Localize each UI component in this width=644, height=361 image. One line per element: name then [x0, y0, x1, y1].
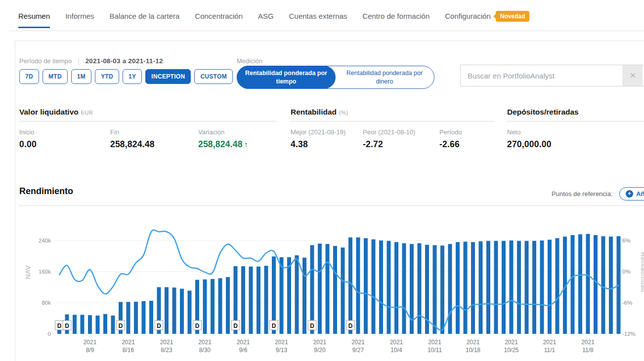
tab-resumen[interactable]: Resumen [18, 12, 50, 28]
nav-bar[interactable] [341, 247, 345, 334]
nav-bar[interactable] [218, 278, 222, 334]
nav-bar[interactable] [494, 241, 498, 334]
x-tick-date: 10/25 [504, 347, 518, 354]
nav-bar[interactable] [356, 238, 360, 334]
period-button-ytd[interactable]: YTD [95, 69, 119, 84]
nav-bar[interactable] [394, 242, 398, 334]
tab-configuracion[interactable]: Configuración [445, 12, 491, 27]
nav-bar[interactable] [609, 237, 613, 334]
nav-bar[interactable] [586, 234, 590, 334]
measure-option-money-weighted[interactable]: Rentabilidad ponderada por dinero [335, 66, 434, 88]
nav-bar[interactable] [333, 246, 337, 334]
metric-value-fin: 258,824.48 [110, 139, 155, 150]
nav-bar[interactable] [134, 302, 138, 334]
nav-bar[interactable] [295, 255, 299, 334]
nav-bar[interactable] [165, 287, 169, 334]
nav-bar[interactable] [111, 316, 115, 334]
nav-bar[interactable] [601, 236, 605, 334]
nav-bar[interactable] [103, 314, 107, 334]
x-tick-date: 8/23 [161, 347, 172, 354]
nav-bar[interactable] [548, 240, 552, 334]
nav-bar[interactable] [149, 301, 153, 334]
x-tick-date: 9/27 [352, 347, 364, 354]
tab-asg[interactable]: ASG [258, 12, 274, 27]
separator: | [78, 57, 79, 65]
nav-bar[interactable] [525, 241, 529, 334]
period-button-1y[interactable]: 1Y [123, 69, 142, 84]
nav-bar[interactable] [372, 240, 376, 334]
nav-bar[interactable] [318, 243, 322, 334]
x-tick-year: 2021 [160, 339, 173, 346]
measure-toggle: Rentabilidad ponderada por tiempo Rentab… [237, 66, 434, 89]
nav-bar[interactable] [540, 241, 544, 334]
y-axis-title: NAV [24, 265, 32, 279]
nav-bar[interactable] [517, 241, 521, 334]
nav-bar[interactable] [211, 279, 215, 334]
nav-bar[interactable] [348, 238, 352, 334]
nav-bar[interactable] [302, 258, 306, 334]
nav-bar[interactable] [448, 244, 452, 334]
nav-bar[interactable] [387, 241, 391, 334]
measure-option-time-weighted[interactable]: Rentabilidad ponderada por tiempo [237, 66, 336, 89]
nav-bar[interactable] [364, 238, 368, 334]
nav-bar[interactable] [464, 241, 468, 334]
x-tick-year: 2021 [275, 339, 288, 346]
nav-bar[interactable] [578, 234, 582, 334]
nav-bar[interactable] [418, 243, 422, 334]
deposit-marker-label: D [195, 322, 200, 329]
y2-axis-title: Rentabilidad [640, 252, 644, 292]
nav-bar[interactable] [226, 277, 230, 334]
nav-bar[interactable] [471, 242, 475, 334]
nav-bar[interactable] [287, 257, 291, 334]
y-axis-tick: 80k [42, 300, 51, 306]
nav-bar[interactable] [486, 241, 490, 334]
nav-bar[interactable] [556, 238, 559, 334]
tab-cuentas-externas[interactable]: Cuentas externas [289, 12, 347, 27]
tab-centro-formacion[interactable]: Centro de formación [362, 12, 429, 27]
period-button-1m[interactable]: 1M [71, 69, 91, 84]
performance-chart-svg[interactable]: DDDDDDDDD080k160k240k-12%-6%0%6%20218/92… [15, 208, 644, 361]
nav-bar[interactable] [142, 301, 146, 334]
tab-informes[interactable]: Informes [65, 12, 94, 27]
nav-bar[interactable] [456, 242, 460, 334]
nav-bar[interactable] [326, 244, 330, 334]
period-button-7d[interactable]: 7D [19, 69, 39, 84]
nav-bar[interactable] [594, 235, 598, 334]
nav-bar[interactable] [502, 241, 506, 334]
nav-bar[interactable] [180, 289, 184, 334]
period-button-inception[interactable]: INCEPTION [145, 69, 191, 84]
add-benchmark-button[interactable]: + Añadir [619, 187, 644, 201]
nav-bar[interactable] [188, 291, 192, 334]
nav-bar[interactable] [81, 315, 85, 334]
nav-bar[interactable] [127, 302, 130, 334]
tab-concentracion[interactable]: Concentración [195, 12, 243, 27]
y-axis-tick: 0 [48, 331, 51, 337]
nav-bar[interactable] [73, 315, 77, 334]
nav-bar[interactable] [379, 241, 383, 334]
nav-bar[interactable] [479, 241, 483, 334]
period-button-custom[interactable]: CUSTOM [194, 69, 233, 84]
nav-bar[interactable] [203, 280, 207, 334]
nav-bar[interactable] [241, 266, 245, 334]
nav-bar[interactable] [88, 315, 92, 334]
nav-bar[interactable] [402, 243, 406, 334]
nav-bar[interactable] [264, 266, 268, 334]
x-tick-date: 9/6 [239, 347, 248, 354]
search-clear-button[interactable]: ✕ [623, 65, 643, 86]
search-input[interactable] [461, 65, 623, 86]
nav-bar[interactable] [433, 245, 437, 334]
deposit-marker-label: D [272, 322, 276, 329]
nav-bar[interactable] [440, 245, 444, 334]
nav-bar[interactable] [257, 267, 260, 334]
tab-balance-cartera[interactable]: Balance de la cartera [110, 12, 180, 27]
nav-bar[interactable] [532, 241, 536, 334]
x-tick-date: 10/4 [390, 347, 402, 354]
nav-bar[interactable] [280, 257, 284, 334]
nav-bar[interactable] [172, 287, 176, 334]
period-button-mtd[interactable]: MTD [43, 69, 68, 84]
nav-bar[interactable] [96, 316, 100, 334]
metric-value-neto: 270,000.00 [507, 139, 552, 150]
nav-bar[interactable] [571, 235, 575, 334]
nav-bar[interactable] [249, 267, 253, 334]
nav-bar[interactable] [510, 241, 514, 334]
